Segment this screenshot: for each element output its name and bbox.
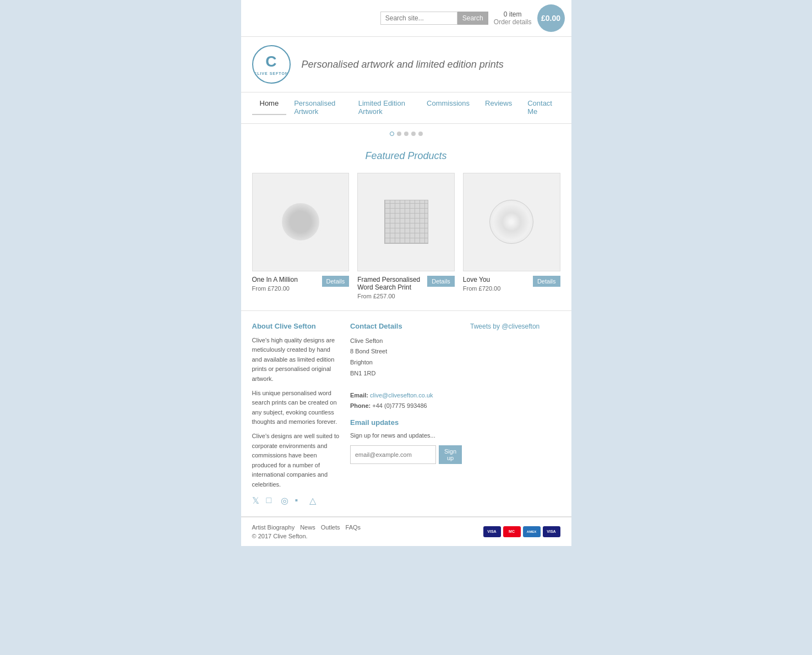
nav-link-reviews[interactable]: Reviews [477,92,520,115]
cart-info: 0 item Order details [494,10,532,26]
product-card-3: Love You From £720.00 Details [463,173,560,299]
nav-link-commissions[interactable]: Commissions [419,92,477,115]
twitter-icon[interactable]: 𝕏 [252,495,262,505]
payment-icons: VISA MC AMEX VISA [483,526,560,537]
details-btn-2[interactable]: Details [427,276,455,287]
logo-inner: C CLIVE SEFTON [254,52,288,77]
product-card-1: One In A Million From £720.00 Details [252,173,350,299]
signup-button[interactable]: Sign up [439,445,462,464]
bottom-link-news[interactable]: News [300,524,315,531]
product-name-2: Framed Personalised Word Search Print [357,276,424,291]
about-col: About Clive Sefton Clive's high quality … [252,322,342,505]
featured-section: Featured Products One In A Million From … [241,139,571,311]
dot-1[interactable] [390,132,394,136]
email-form[interactable]: Sign up [350,445,462,464]
nav-item-limited[interactable]: Limited Edition Artwork [351,92,419,123]
product-price-2: From £257.00 [357,293,424,299]
grid-art-2 [384,200,428,244]
circle-art-1 [279,200,323,244]
about-title: About Clive Sefton [252,322,342,330]
dot-4[interactable] [411,132,416,136]
product-price-1: From £720.00 [252,285,298,292]
slide-dots [244,128,569,139]
product-name-3: Love You [463,276,500,283]
facebook-icon[interactable]: □ [266,495,276,505]
email-updates-desc: Sign up for news and updates... [350,431,462,441]
bottom-link-outlets[interactable]: Outlets [321,524,340,531]
contact-title: Contact Details [350,322,462,330]
cart-badge[interactable]: £0.00 [537,4,565,32]
search-input[interactable] [380,12,457,25]
site-header: C CLIVE SEFTON Personalised artwork and … [241,37,571,92]
product-info-3: Love You From £720.00 Details [463,276,560,292]
nav-link-limited[interactable]: Limited Edition Artwork [351,92,419,123]
contact-email-row: Email: clive@clivesefton.co.uk [350,390,462,401]
dot-2[interactable] [397,132,401,136]
nav-link-contact[interactable]: Contact Me [520,92,560,123]
contact-addr2: Brighton [350,357,462,368]
copyright: © 2017 Clive Sefton. [252,533,361,539]
featured-title: Featured Products [252,150,560,162]
product-name-1: One In A Million [252,276,298,283]
contact-col: Contact Details Clive Sefton 8 Bond Stre… [350,322,462,505]
logo-text: CLIVE SEFTON [254,72,288,75]
visa2-icon: VISA [543,526,560,537]
product-price-3: From £720.00 [463,285,500,292]
mastercard-icon: MC [503,526,521,537]
nav-list: Home Personalised Artwork Limited Editio… [252,92,560,123]
cart-total: £0.00 [541,14,560,23]
product-img-1[interactable] [252,173,350,271]
reddit-icon[interactable]: ◎ [281,495,291,505]
about-para2: His unique personalised word search prin… [252,389,342,427]
social-icons: 𝕏 □ ◎ ▪ △ [252,495,342,505]
search-button[interactable]: Search [457,12,488,25]
contact-name: Clive Sefton [350,336,462,347]
contact-addr3: BN1 1RD [350,368,462,379]
nav-link-home[interactable]: Home [252,92,287,115]
search-form[interactable]: Search [380,12,488,25]
product-img-inner-2 [358,173,454,271]
logo: C CLIVE SEFTON [252,45,291,84]
bottom-link-biography[interactable]: Artist Biography [252,524,295,531]
details-btn-1[interactable]: Details [322,276,350,287]
spiral-art-3 [489,200,533,244]
nav-item-home[interactable]: Home [252,92,287,123]
contact-phone-value: +44 (0)7775 993486 [372,402,427,409]
bottom-link-faqs[interactable]: FAQs [346,524,361,531]
nav-item-commissions[interactable]: Commissions [419,92,477,123]
about-para1: Clive's high quality designs are meticul… [252,336,342,384]
pinterest-icon[interactable]: ▪ [295,495,305,505]
email-updates: Email updates Sign up for news and updat… [350,418,462,464]
details-btn-3[interactable]: Details [533,276,560,287]
contact-address: Clive Sefton 8 Bond Street Brighton BN1 … [350,336,462,412]
contact-phone-row: Phone: +44 (0)7775 993486 [350,401,462,412]
products-grid: One In A Million From £720.00 Details Fr… [252,173,560,299]
logo-letter: C [254,52,288,71]
tweets-link[interactable]: Tweets by @clivesefton [470,323,539,330]
email-updates-input[interactable] [350,445,436,464]
dot-3[interactable] [404,132,408,136]
nav-item-personalised[interactable]: Personalised Artwork [286,92,351,123]
dot-5[interactable] [418,132,423,136]
nav-item-reviews[interactable]: Reviews [477,92,520,123]
google-plus-icon[interactable]: △ [309,495,319,505]
order-details-link[interactable]: Order details [494,18,532,26]
bottom-nav: Artist Biography News Outlets FAQs © 201… [241,517,571,546]
email-updates-title: Email updates [350,418,462,427]
footer-info: About Clive Sefton Clive's high quality … [241,311,571,517]
visa-icon: VISA [483,526,501,537]
product-img-inner-3 [464,173,560,271]
nav-item-contact[interactable]: Contact Me [520,92,560,123]
product-img-3[interactable] [463,173,560,271]
product-card-2: Framed Personalised Word Search Print Fr… [357,173,455,299]
contact-phone-label: Phone: [350,402,370,409]
contact-email-label: Email: [350,392,368,399]
cart-items: 0 item [504,10,522,18]
product-img-inner-1 [253,173,349,271]
contact-email-link[interactable]: clive@clivesefton.co.uk [370,392,433,399]
amex-icon: AMEX [523,526,541,537]
product-img-2[interactable] [357,173,455,271]
product-info-1: One In A Million From £720.00 Details [252,276,350,292]
nav-link-personalised[interactable]: Personalised Artwork [286,92,351,123]
bottom-links: Artist Biography News Outlets FAQs [252,524,361,531]
